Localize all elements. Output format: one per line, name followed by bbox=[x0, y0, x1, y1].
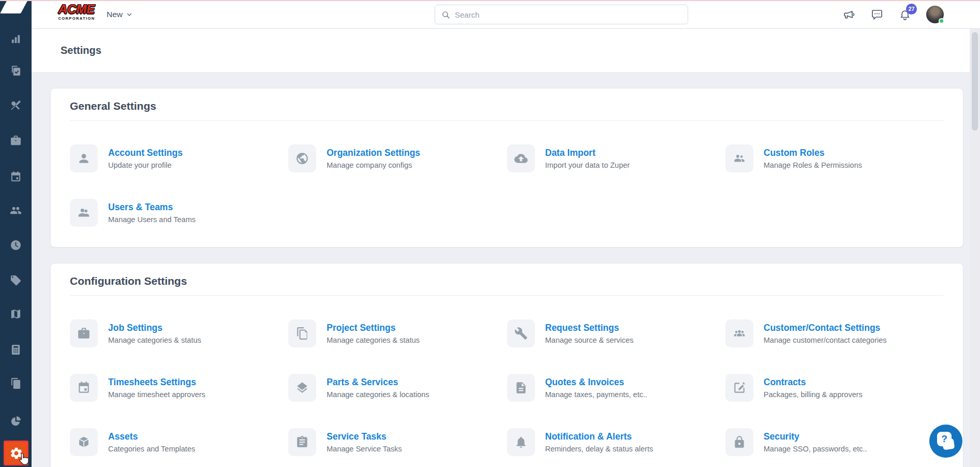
calendar-icon bbox=[10, 171, 22, 183]
notification-badge: 27 bbox=[906, 4, 917, 14]
settings-item-text: Notification & AlertsReminders, delay & … bbox=[545, 428, 654, 453]
settings-item-subtitle: Manage Roles & Permissions bbox=[764, 161, 862, 169]
new-dropdown[interactable]: New bbox=[107, 0, 132, 28]
top-accent-line bbox=[0, 0, 980, 1]
settings-item-subtitle: Manage categories & status bbox=[108, 336, 201, 344]
sidebar-item-users[interactable] bbox=[0, 202, 32, 218]
settings-item-title[interactable]: Users & Teams bbox=[108, 202, 196, 212]
scrollbar-thumb[interactable] bbox=[972, 32, 978, 130]
settings-item-text: Parts & ServicesManage categories & loca… bbox=[326, 374, 429, 399]
settings-item-subtitle: Import your data to Zuper bbox=[545, 161, 630, 169]
sidebar-item-tasks[interactable] bbox=[0, 63, 32, 78]
settings-item-title[interactable]: Customer/Contact Settings bbox=[764, 323, 887, 333]
clock-icon bbox=[10, 239, 22, 251]
tag-icon bbox=[10, 274, 22, 286]
settings-item-title[interactable]: Project Settings bbox=[326, 323, 420, 333]
settings-item-contracts[interactable]: ContractsPackages, billing & approvers bbox=[725, 374, 944, 402]
globe-icon bbox=[288, 144, 316, 172]
settings-item-title[interactable]: Custom Roles bbox=[764, 148, 862, 158]
sidebar-item-analytics[interactable] bbox=[0, 31, 32, 47]
settings-item-title[interactable]: Service Tasks bbox=[326, 431, 402, 442]
settings-item-subtitle: Manage Service Tasks bbox=[326, 445, 402, 453]
chat-bubble-icon bbox=[871, 8, 883, 21]
settings-item-text: Data ImportImport your data to Zuper bbox=[545, 144, 630, 169]
settings-item-title[interactable]: Parts & Services bbox=[326, 377, 429, 387]
zuper-logo-mark bbox=[0, 0, 29, 13]
settings-item-assets[interactable]: AssetsCategories and Templates bbox=[70, 428, 288, 456]
acme-logo[interactable]: ACME CORPORATION bbox=[53, 3, 100, 21]
new-dropdown-label: New bbox=[107, 10, 123, 19]
search-input[interactable] bbox=[455, 10, 681, 19]
settings-item-title[interactable]: Job Settings bbox=[108, 323, 201, 333]
settings-item-organization-settings[interactable]: Organization SettingsManage company conf… bbox=[288, 144, 507, 172]
configuration-settings-grid: Job SettingsManage categories & statusPr… bbox=[70, 319, 944, 456]
sidebar-item-tag[interactable] bbox=[0, 272, 32, 288]
settings-item-text: Quotes & InvoicesManage taxes, payments,… bbox=[545, 374, 647, 399]
calendar-icon bbox=[70, 374, 98, 402]
settings-item-subtitle: Update your profile bbox=[108, 161, 183, 169]
settings-item-text: Users & TeamsManage Users and Teams bbox=[108, 199, 196, 224]
sidebar-item-map[interactable] bbox=[0, 306, 32, 322]
settings-item-title[interactable]: Organization Settings bbox=[326, 148, 420, 158]
section-divider bbox=[70, 295, 944, 296]
settings-item-job-settings[interactable]: Job SettingsManage categories & status bbox=[70, 319, 288, 347]
settings-item-timesheets-settings[interactable]: Timesheets SettingsManage timesheet appr… bbox=[70, 374, 288, 402]
doc-lines-icon bbox=[507, 374, 535, 402]
settings-item-subtitle: Manage taxes, payments, etc.. bbox=[545, 390, 647, 399]
settings-item-text: ContractsPackages, billing & approvers bbox=[764, 374, 863, 399]
settings-item-data-import[interactable]: Data ImportImport your data to Zuper bbox=[507, 144, 725, 172]
notifications-button[interactable]: 27 bbox=[898, 8, 912, 21]
settings-item-title[interactable]: Request Settings bbox=[545, 323, 634, 333]
section-divider bbox=[70, 120, 944, 121]
settings-item-text: Service TasksManage Service Tasks bbox=[326, 428, 402, 453]
settings-item-subtitle: Manage SSO, passwords, etc.. bbox=[764, 445, 867, 453]
settings-item-request-settings[interactable]: Request SettingsManage source & services bbox=[507, 319, 725, 347]
cloud-upload-icon bbox=[507, 144, 535, 172]
settings-item-subtitle: Manage timesheet approvers bbox=[108, 390, 205, 399]
settings-item-subtitle: Manage source & services bbox=[545, 336, 634, 344]
settings-item-custom-roles[interactable]: Custom RolesManage Roles & Permissions bbox=[725, 144, 944, 172]
acme-logo-text: ACME bbox=[53, 3, 100, 16]
people-three-icon bbox=[725, 319, 753, 347]
sidebar-item-calculator[interactable] bbox=[0, 342, 32, 357]
settings-item-quotes-invoices[interactable]: Quotes & InvoicesManage taxes, payments,… bbox=[507, 374, 725, 402]
settings-item-parts-services[interactable]: Parts & ServicesManage categories & loca… bbox=[288, 374, 507, 402]
users-icon bbox=[10, 205, 22, 216]
settings-item-service-tasks[interactable]: Service TasksManage Service Tasks bbox=[288, 428, 507, 456]
user-avatar[interactable] bbox=[926, 6, 944, 23]
scrollbar-track[interactable] bbox=[970, 29, 980, 467]
settings-item-project-settings[interactable]: Project SettingsManage categories & stat… bbox=[288, 319, 507, 347]
lock-icon bbox=[725, 428, 753, 456]
settings-item-title[interactable]: Assets bbox=[108, 431, 195, 442]
person-icon bbox=[70, 144, 98, 172]
search-icon bbox=[441, 10, 450, 19]
settings-item-title[interactable]: Quotes & Invoices bbox=[545, 377, 647, 387]
messages-button[interactable] bbox=[870, 8, 884, 21]
sidebar-item-documents[interactable] bbox=[0, 375, 32, 391]
settings-item-text: Timesheets SettingsManage timesheet appr… bbox=[108, 374, 205, 399]
sidebar-item-tools[interactable] bbox=[0, 97, 32, 113]
settings-item-text: Job SettingsManage categories & status bbox=[108, 319, 201, 344]
settings-item-title[interactable]: Data Import bbox=[545, 148, 630, 158]
settings-item-text: AssetsCategories and Templates bbox=[108, 428, 195, 453]
settings-item-security[interactable]: SecurityManage SSO, passwords, etc.. bbox=[725, 428, 944, 456]
sidebar-item-clock[interactable] bbox=[0, 237, 32, 253]
general-settings-card: General Settings Account SettingsUpdate … bbox=[50, 88, 963, 247]
sidebar-item-briefcase[interactable] bbox=[0, 133, 32, 148]
settings-item-title[interactable]: Timesheets Settings bbox=[108, 377, 205, 387]
settings-item-title[interactable]: Notification & Alerts bbox=[545, 431, 654, 442]
settings-item-title[interactable]: Contracts bbox=[764, 377, 863, 387]
settings-item-subtitle: Packages, billing & approvers bbox=[764, 390, 863, 399]
settings-item-account-settings[interactable]: Account SettingsUpdate your profile bbox=[70, 144, 288, 172]
settings-item-title[interactable]: Account Settings bbox=[108, 148, 183, 158]
settings-item-notification-alerts[interactable]: Notification & AlertsReminders, delay & … bbox=[507, 428, 725, 456]
settings-item-customer-contact-settings[interactable]: Customer/Contact SettingsManage customer… bbox=[725, 319, 944, 347]
settings-item-users-teams[interactable]: Users & TeamsManage Users and Teams bbox=[70, 199, 288, 227]
settings-item-title[interactable]: Security bbox=[764, 431, 867, 442]
sidebar-item-pie-chart[interactable] bbox=[0, 413, 32, 429]
help-button[interactable]: ? bbox=[929, 425, 962, 458]
sidebar-item-calendar[interactable] bbox=[0, 169, 32, 184]
page-header: Settings bbox=[32, 29, 980, 72]
announcements-button[interactable] bbox=[842, 8, 856, 21]
general-settings-grid: Account SettingsUpdate your profileOrgan… bbox=[70, 144, 944, 227]
